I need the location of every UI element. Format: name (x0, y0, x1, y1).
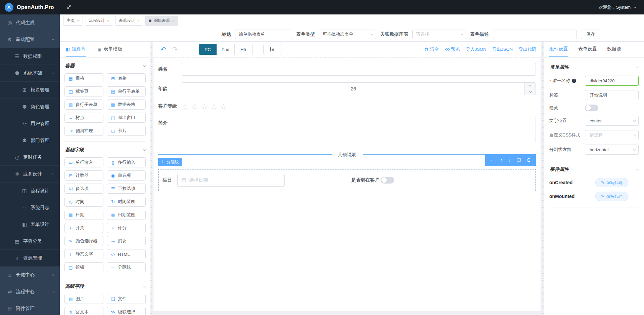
lib-item-time[interactable]: ◷时间 (64, 197, 103, 207)
chevron-down-icon[interactable] (143, 64, 146, 67)
label-input[interactable] (585, 90, 639, 100)
field-age[interactable]: 年龄 (158, 82, 536, 95)
close-icon[interactable]: × (137, 19, 139, 23)
close-icon[interactable]: × (172, 19, 174, 23)
sidebar-item-scheduled-task[interactable]: ◷定时任务 (0, 149, 60, 166)
sidebar-item-system-basic[interactable]: ⚉系统基础 (0, 65, 60, 82)
lib-item-switch[interactable]: ◐开关 (64, 223, 103, 233)
sidebar-item-basic-config[interactable]: ⚙基础配置 (0, 31, 60, 48)
outline-view-button[interactable] (263, 44, 281, 55)
sidebar-item-form-design[interactable]: ◧表单设计 (0, 216, 60, 233)
sidebar-item-user-management[interactable]: ⚇用户管理 (0, 115, 60, 132)
preview-button[interactable]: 预览 (445, 46, 460, 52)
sidebar-item-dictionary-category[interactable]: ▤字典分类 (0, 233, 60, 250)
lib-item-rate[interactable]: ☆评分 (107, 223, 146, 233)
sidebar-item-department-management[interactable]: ⚉部门管理 (0, 132, 60, 149)
write-code-button[interactable]: ✎编写代码 (595, 192, 628, 201)
sidebar-item-module-management[interactable]: ⊞模块管理 (0, 82, 60, 99)
field-intro[interactable]: 简介 (158, 117, 536, 144)
sidebar-collapse-icon[interactable] (66, 5, 72, 10)
lib-item-date-range[interactable]: ⊠日期范围 (107, 210, 146, 220)
custom-css-select[interactable]: 请选择 (585, 130, 639, 140)
undo-icon[interactable]: ↶ (160, 46, 166, 53)
form-desc-input[interactable] (493, 30, 577, 39)
selected-component-tag[interactable]: ✛ 分隔线 (158, 158, 182, 166)
divider-direction-select[interactable]: horizontal (585, 145, 639, 155)
row-container[interactable]: 生日 选择日期 是否潜在客户 (158, 169, 536, 191)
lib-item-card[interactable]: ◻卡片 (107, 126, 146, 136)
star-icon[interactable]: ☆ (191, 103, 198, 111)
library-scrollbar[interactable] (150, 42, 153, 315)
form-type-select[interactable]: 可拖拽动态表单 (319, 30, 376, 39)
lib-item-drawer[interactable]: ⇥侧滑抽屉 (64, 126, 103, 136)
device-pc-button[interactable]: PC (199, 44, 217, 55)
move-down-icon[interactable]: ↓ (508, 158, 511, 162)
page-tab-form-design[interactable]: 表单设计× (115, 16, 143, 26)
star-icon[interactable]: ☆ (201, 103, 208, 111)
star-icon[interactable]: ☆ (220, 103, 227, 111)
lib-item-color-picker[interactable]: ✎颜色选择器 (64, 236, 103, 246)
import-json-button[interactable]: 导入JSON (466, 46, 487, 52)
move-up-icon[interactable]: ↑ (500, 158, 503, 162)
sidebar-item-warehouse-center[interactable]: ⌂仓储中心 (0, 267, 60, 283)
form-title-input[interactable] (235, 30, 292, 39)
lib-item-divider[interactable]: —分隔线 (107, 262, 146, 272)
device-pad-button[interactable]: Pad (217, 44, 234, 55)
chevron-down-icon[interactable] (636, 65, 639, 68)
sidebar-item-role-management[interactable]: ⚉角色管理 (0, 99, 60, 115)
page-tab-process-design[interactable]: 流程设计× (85, 16, 113, 26)
device-h5-button[interactable]: H5 (234, 44, 252, 55)
lib-item-file[interactable]: ❑文件 (107, 294, 146, 304)
export-json-button[interactable]: 导出JSON (492, 46, 513, 52)
field-name[interactable]: 姓名 (158, 63, 536, 76)
delete-icon[interactable] (526, 158, 531, 162)
tab-form-settings[interactable]: 表单设置 (578, 42, 597, 57)
lib-item-html[interactable]: ‹/›HTML (107, 249, 146, 259)
divider-component[interactable]: 其他说明 (158, 154, 536, 155)
sidebar-item-code-generation[interactable]: ◎代码生成 (0, 14, 60, 31)
sidebar-item-system-log[interactable]: ♢系统日志 (0, 199, 60, 216)
star-icon[interactable]: ☆ (182, 103, 189, 111)
export-code-button[interactable]: 导出代码 (519, 46, 536, 52)
chevron-down-icon[interactable] (143, 284, 146, 287)
lib-item-checkbox[interactable]: ☑多选项 (64, 184, 103, 194)
write-code-button[interactable]: ✎编写代码 (595, 178, 628, 187)
potential-switch[interactable] (381, 177, 394, 184)
spinner-up-button[interactable] (525, 83, 536, 89)
sidebar-item-attachment-management[interactable]: ⊟附件管理 (0, 300, 60, 315)
field-potential-customer[interactable]: 是否潜在客户 (347, 169, 536, 191)
form-canvas[interactable]: 姓名 年龄 (153, 57, 541, 311)
lib-item-tree[interactable]: ≡树形 (64, 113, 103, 123)
selected-component-outline[interactable]: ✛ 分隔线 ← ↑ ↓ ❐ (158, 158, 536, 166)
text-position-select[interactable]: center (585, 116, 639, 126)
db-table-select[interactable]: 请选择 (412, 30, 466, 39)
page-tab-home[interactable]: 主页× (63, 16, 83, 26)
close-icon[interactable]: × (107, 19, 109, 23)
hidden-switch[interactable] (585, 105, 598, 111)
name-input[interactable] (182, 63, 536, 76)
tab-data-source[interactable]: 数据源 (607, 42, 621, 57)
lib-item-select[interactable]: ☰下拉选项 (107, 184, 146, 194)
intro-textarea[interactable] (182, 117, 536, 142)
lib-item-static-text[interactable]: T静态文字 (64, 249, 103, 259)
lib-item-date[interactable]: ▦日期 (64, 210, 103, 220)
redo-icon[interactable]: ↷ (172, 46, 178, 53)
chevron-down-icon[interactable] (143, 148, 146, 151)
sidebar-item-data-permission[interactable]: ☰数据权限 (0, 48, 60, 65)
lib-item-radio[interactable]: ◉单选项 (107, 170, 146, 181)
info-icon[interactable]: i (572, 79, 576, 83)
lib-item-button[interactable]: ▢按钮 (64, 262, 103, 272)
lib-item-grid[interactable]: ▦栅格 (64, 73, 103, 83)
spinner-down-button[interactable] (525, 89, 536, 95)
lib-item-popup[interactable]: ◳弹出窗口 (107, 113, 146, 123)
sidebar-item-process-center[interactable]: ⇄流程中心 (0, 283, 60, 300)
age-number-input[interactable] (182, 82, 536, 95)
lib-item-rich-text[interactable]: ¶富文本 (64, 307, 103, 315)
lib-item-counter[interactable]: ⊟计数器 (64, 170, 103, 181)
sidebar-item-resource-management[interactable]: ♁资源管理 (0, 250, 60, 267)
lib-item-table[interactable]: ⊞表格 (107, 73, 146, 83)
field-customer-level[interactable]: 客户等级 ☆☆☆☆☆ (158, 102, 536, 111)
lib-item-cascader[interactable]: ≫级联选择 (107, 307, 146, 315)
tab-component-library[interactable]: ◧组件库 (66, 42, 86, 57)
lib-item-data-table[interactable]: ▩数据表格 (107, 100, 146, 110)
